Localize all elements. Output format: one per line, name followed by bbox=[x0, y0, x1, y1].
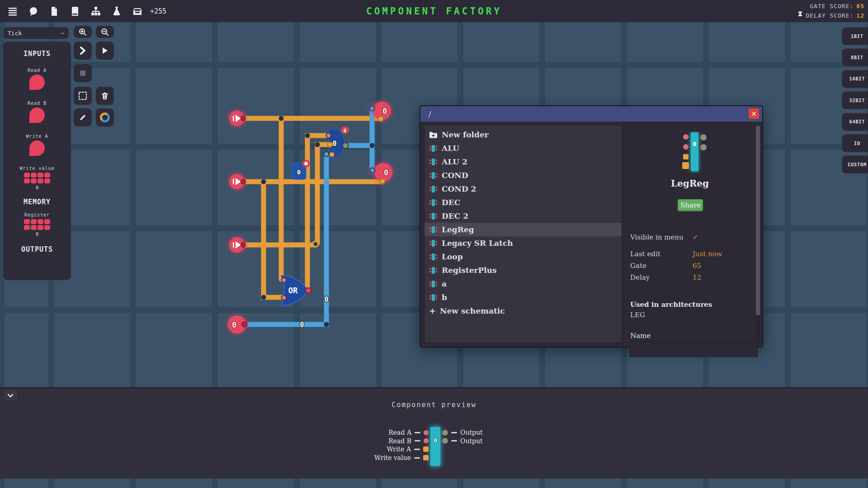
tab-custom[interactable]: CUSTOM bbox=[842, 155, 868, 174]
input-read-b[interactable] bbox=[29, 108, 45, 123]
dialog-scrollbar[interactable] bbox=[756, 125, 760, 343]
tick-decrement-button[interactable]: − bbox=[61, 30, 69, 37]
dialog-scrollbar-thumb[interactable] bbox=[756, 126, 760, 315]
latch-output-pin bbox=[343, 143, 349, 149]
schematic-row[interactable]: COND bbox=[425, 169, 622, 182]
tick-field[interactable]: Tick − bbox=[4, 27, 69, 39]
dialog-titlebar[interactable]: / ✕ bbox=[420, 106, 762, 122]
input-write-a[interactable] bbox=[29, 141, 45, 156]
wire-pin bbox=[324, 152, 329, 157]
delay-score-value: 12 bbox=[856, 11, 864, 20]
row-label: DEC 2 bbox=[442, 211, 468, 221]
memory-header: MEMORY bbox=[3, 198, 71, 206]
input-write-value[interactable] bbox=[3, 173, 71, 183]
pin-circle bbox=[424, 438, 429, 443]
pin-output bbox=[442, 438, 448, 444]
schematic-row[interactable]: DEC 2 bbox=[425, 209, 622, 223]
row-label: RegisterPlus bbox=[442, 266, 497, 275]
chevron-down-icon bbox=[7, 394, 14, 398]
latch-input-pin bbox=[326, 133, 331, 138]
input-node-read-b[interactable] bbox=[229, 174, 245, 189]
delay-score-label: DELAY SCORE: bbox=[806, 11, 854, 20]
schematic-row[interactable]: b bbox=[425, 291, 622, 304]
pin-label: Output bbox=[460, 437, 483, 445]
step-button[interactable] bbox=[74, 42, 92, 60]
preview-pin-row: Write value bbox=[374, 454, 429, 461]
stop-button[interactable] bbox=[74, 64, 92, 82]
schematics-list: New folderALUALU 2CONDCOND 2DECDEC 2LegR… bbox=[424, 125, 622, 343]
register-label: Register bbox=[3, 212, 71, 217]
output-node-bottom[interactable]: 0 bbox=[228, 315, 247, 333]
or-input-pin bbox=[282, 278, 287, 283]
name-input[interactable] bbox=[629, 341, 758, 357]
delay-label: Delay bbox=[630, 273, 693, 282]
delete-button[interactable] bbox=[96, 87, 114, 105]
svg-text:0: 0 bbox=[297, 169, 301, 176]
schematic-row[interactable]: ALU 2 bbox=[425, 155, 622, 169]
latch-input-pin bbox=[328, 142, 333, 147]
tab-1bit[interactable]: 1BIT bbox=[842, 27, 868, 45]
schematic-row[interactable]: Legacy SR Latch bbox=[425, 236, 622, 250]
tab-16bit[interactable]: 16BIT bbox=[842, 70, 868, 88]
input-label: Write A bbox=[3, 134, 71, 139]
pin-label: Write A bbox=[387, 446, 411, 453]
pin-wire bbox=[451, 440, 457, 441]
color-wheel-button[interactable] bbox=[96, 108, 114, 127]
component-preview-icon: 0 bbox=[680, 131, 709, 173]
schematic-row[interactable]: RegisterPlus bbox=[425, 263, 622, 277]
play-button[interactable] bbox=[96, 42, 114, 60]
schematic-row[interactable]: a bbox=[425, 277, 622, 291]
schematic-row[interactable]: ALU bbox=[425, 141, 622, 155]
input-node-write[interactable] bbox=[229, 237, 245, 253]
pin-circle bbox=[424, 430, 429, 435]
register-badge-icon bbox=[302, 160, 310, 168]
color-wheel-icon bbox=[100, 113, 110, 122]
schematic-row[interactable]: COND 2 bbox=[425, 182, 622, 196]
latch-badge-icon: 8 bbox=[341, 126, 349, 134]
component-name: LegReg bbox=[627, 178, 753, 189]
svg-text:0: 0 bbox=[382, 107, 387, 116]
input-read-a[interactable] bbox=[29, 75, 45, 90]
row-label: New folder bbox=[442, 130, 489, 139]
row-label: COND 2 bbox=[442, 184, 476, 193]
visible-in-menu-checkbox[interactable]: ✓ bbox=[693, 233, 748, 241]
edit-button[interactable] bbox=[74, 108, 92, 127]
input-label: Read A bbox=[3, 68, 71, 73]
gate-score-label: GATE SCORE: bbox=[810, 1, 854, 11]
new-schematic-row[interactable]: New schematic bbox=[425, 304, 622, 318]
preview-title: Component preview bbox=[0, 401, 868, 409]
pin-label: Read B bbox=[388, 437, 411, 445]
pin-wire bbox=[415, 432, 420, 433]
gate-label: Gate bbox=[630, 262, 693, 270]
svg-text:0: 0 bbox=[693, 141, 697, 147]
preview-pin-row: Output bbox=[442, 437, 483, 445]
pin-wire bbox=[414, 457, 420, 459]
select-button[interactable] bbox=[74, 87, 92, 105]
memory-register[interactable] bbox=[3, 219, 71, 230]
schematic-row[interactable]: LegReg bbox=[425, 223, 622, 236]
write-value-readout: 0 bbox=[3, 185, 71, 191]
or-input-pin bbox=[282, 296, 287, 300]
gate-value: 65 bbox=[693, 262, 748, 270]
tab-io[interactable]: IO bbox=[842, 134, 868, 152]
score-panel: GATE SCORE: 65 DELAY SCORE: 12 bbox=[797, 1, 864, 20]
latch-gate[interactable]: 0 8 bbox=[326, 126, 349, 159]
zoom-out-button[interactable] bbox=[96, 26, 114, 38]
wire-value-label: 0 bbox=[300, 321, 304, 329]
zoom-in-button[interactable] bbox=[74, 26, 92, 38]
close-icon[interactable]: ✕ bbox=[749, 108, 759, 119]
input-node-read-a[interactable] bbox=[229, 111, 245, 126]
row-label: b bbox=[442, 293, 447, 302]
gate-score-value: 65 bbox=[856, 1, 864, 11]
new-folder-row[interactable]: New folder bbox=[425, 128, 622, 141]
share-button[interactable]: Share bbox=[678, 199, 703, 211]
tab-8bit[interactable]: 8BIT bbox=[842, 48, 868, 66]
open-junction bbox=[313, 241, 318, 247]
schematic-row[interactable]: Loop bbox=[425, 250, 622, 263]
tab-32bit[interactable]: 32BIT bbox=[842, 91, 868, 109]
tab-64bit[interactable]: 64BIT bbox=[842, 113, 868, 131]
collapse-panel-button[interactable] bbox=[4, 390, 17, 400]
preview-chip-value: 0 bbox=[430, 437, 440, 444]
schematic-row[interactable]: DEC bbox=[425, 196, 622, 209]
schematics-dialog: / ✕ New folderALUALU 2CONDCOND 2DECDEC 2… bbox=[420, 105, 763, 347]
